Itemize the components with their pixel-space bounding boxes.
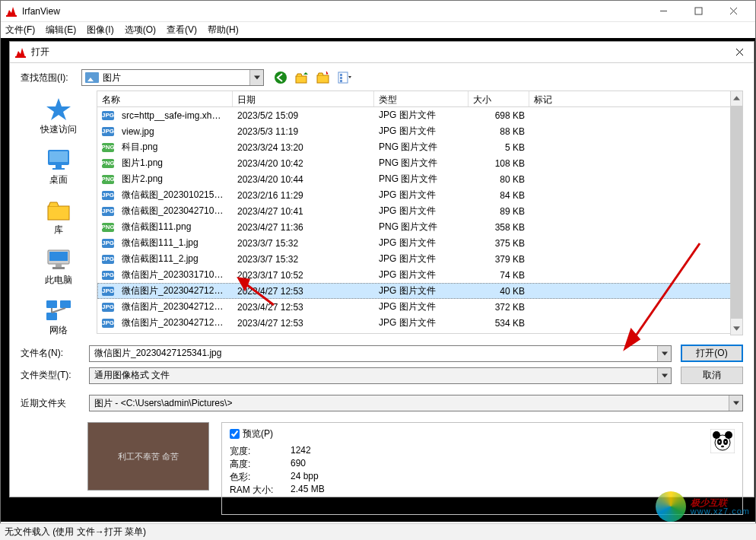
file-name: 微信截图111.png bbox=[117, 221, 195, 233]
jpg-file-icon: JPG bbox=[102, 111, 114, 120]
menu-file[interactable]: 文件(F) bbox=[5, 24, 35, 37]
maximize-button[interactable] bbox=[681, 1, 716, 22]
file-size: 108 KB bbox=[469, 158, 529, 169]
file-type: JPG 图片文件 bbox=[374, 268, 469, 281]
dialog-close-button[interactable] bbox=[729, 43, 749, 62]
file-list: 名称 日期 类型 大小 标记 JPGsrc=http__safe-img.xhs… bbox=[97, 91, 743, 335]
app-logo-icon bbox=[5, 5, 17, 17]
header-size[interactable]: 大小 bbox=[469, 91, 529, 106]
file-type: JPG 图片文件 bbox=[374, 300, 469, 313]
folder-pictures-icon bbox=[85, 72, 99, 83]
recent-combo[interactable]: 图片 - <C:\Users\admin\Pictures\> bbox=[89, 395, 743, 411]
combo-dropdown-icon[interactable] bbox=[249, 70, 263, 85]
scroll-down-icon[interactable] bbox=[731, 322, 742, 335]
header-tag[interactable]: 标记 bbox=[529, 91, 742, 106]
file-name: view.jpg bbox=[117, 126, 159, 137]
header-type[interactable]: 类型 bbox=[374, 91, 469, 106]
file-row[interactable]: JPG微信图片_202304271253...2023/4/27 12:53JP… bbox=[97, 315, 742, 331]
menu-view[interactable]: 查看(V) bbox=[167, 24, 197, 37]
info-value: 2.45 MB bbox=[291, 484, 325, 497]
place-quickaccess[interactable]: 快速访问 bbox=[40, 97, 77, 136]
file-row[interactable]: JPG微信截图111_1.jpg2023/3/7 15:32JPG 图片文件37… bbox=[97, 235, 742, 251]
file-date: 2023/5/2 15:09 bbox=[233, 110, 374, 121]
jpg-file-icon: JPG bbox=[102, 271, 114, 280]
svg-point-38 bbox=[725, 441, 726, 443]
combo-dropdown-icon[interactable] bbox=[729, 395, 742, 411]
filename-value: 微信图片_20230427125341.jpg bbox=[94, 347, 221, 360]
header-name[interactable]: 名称 bbox=[97, 91, 233, 106]
file-row[interactable]: PNG微信截图111.png2023/4/27 11:36PNG 图片文件358… bbox=[97, 219, 742, 235]
file-row[interactable]: PNG图片2.png2023/4/20 10:44PNG 图片文件80 KB bbox=[97, 171, 742, 187]
info-key: 宽度: bbox=[230, 445, 291, 458]
scroll-thumb[interactable] bbox=[731, 106, 742, 319]
close-button[interactable] bbox=[716, 1, 751, 22]
svg-rect-19 bbox=[56, 165, 62, 168]
file-row[interactable]: JPGsrc=http__safe-img.xhs...2023/5/2 15:… bbox=[97, 107, 742, 123]
scrollbar-vertical[interactable] bbox=[730, 91, 743, 335]
svg-point-9 bbox=[275, 71, 287, 84]
file-row[interactable]: PNG科目.png2023/3/24 13:20PNG 图片文件5 KB bbox=[97, 139, 742, 155]
svg-rect-10 bbox=[296, 76, 307, 83]
new-folder-icon[interactable] bbox=[316, 70, 331, 85]
jpg-file-icon: JPG bbox=[102, 319, 114, 328]
preview-thumbnail: 利工不奉苦 命苦 bbox=[87, 422, 209, 491]
combo-dropdown-icon[interactable] bbox=[657, 368, 671, 383]
combo-dropdown-icon[interactable] bbox=[657, 346, 671, 361]
thumbnail-text: 利工不奉苦 命苦 bbox=[118, 451, 179, 462]
file-type: JPG 图片文件 bbox=[374, 237, 469, 249]
open-button[interactable]: 打开(O) bbox=[681, 345, 743, 362]
up-folder-icon[interactable] bbox=[294, 70, 310, 85]
file-row[interactable]: JPG微信截图111_2.jpg2023/3/7 15:32JPG 图片文件37… bbox=[97, 251, 742, 267]
file-row[interactable]: JPGview.jpg2023/5/3 11:19JPG 图片文件88 KB bbox=[97, 123, 742, 139]
place-libraries[interactable]: 库 bbox=[45, 197, 72, 237]
svg-rect-25 bbox=[52, 267, 65, 269]
preview-checkbox[interactable]: 预览(P) bbox=[230, 427, 735, 440]
file-row[interactable]: JPG微信图片_202304271253...2023/4/27 12:53JP… bbox=[97, 283, 742, 299]
file-size: 80 KB bbox=[469, 174, 529, 185]
view-mode-icon[interactable] bbox=[337, 70, 352, 85]
list-header[interactable]: 名称 日期 类型 大小 标记 bbox=[97, 91, 743, 107]
info-value: 690 bbox=[291, 458, 306, 471]
file-name: 微信截图111_2.jpg bbox=[117, 253, 203, 265]
file-name: 科目.png bbox=[117, 141, 162, 154]
jpg-file-icon: JPG bbox=[102, 127, 114, 136]
file-row[interactable]: JPG微信图片_202303171052...2023/3/17 10:52JP… bbox=[97, 267, 742, 283]
svg-rect-14 bbox=[340, 77, 342, 79]
menu-edit[interactable]: 编辑(E) bbox=[46, 24, 76, 37]
svg-rect-13 bbox=[340, 74, 342, 76]
back-icon[interactable] bbox=[273, 70, 288, 85]
place-network[interactable]: 网络 bbox=[45, 297, 72, 337]
file-size: 698 KB bbox=[469, 110, 529, 121]
filetype-combo[interactable]: 通用图像格式 文件 bbox=[89, 367, 672, 384]
svg-rect-12 bbox=[338, 72, 348, 83]
file-name: 微信截图111_1.jpg bbox=[117, 237, 203, 249]
place-desktop[interactable]: 桌面 bbox=[45, 147, 72, 186]
file-size: 379 KB bbox=[469, 254, 529, 265]
lookin-combo[interactable]: 图片 bbox=[81, 69, 264, 86]
file-size: 375 KB bbox=[469, 238, 529, 249]
menu-image[interactable]: 图像(I) bbox=[87, 24, 113, 37]
svg-rect-6 bbox=[15, 56, 26, 58]
minimize-button[interactable] bbox=[646, 1, 681, 22]
panda-icon bbox=[710, 429, 735, 453]
place-thispc[interactable]: 此电脑 bbox=[45, 247, 72, 287]
file-row[interactable]: JPG微信图片_202304271253...2023/4/27 12:53JP… bbox=[97, 299, 742, 315]
file-type: JPG 图片文件 bbox=[374, 189, 469, 202]
file-row[interactable]: PNG图片1.png2023/4/20 10:42PNG 图片文件108 KB bbox=[97, 155, 742, 171]
file-name: 微信图片_202304271253... bbox=[117, 300, 228, 313]
menu-options[interactable]: 选项(O) bbox=[125, 24, 156, 37]
dialog-logo-icon bbox=[14, 46, 27, 59]
status-text: 无文件载入 (使用 文件→打开 菜单) bbox=[5, 526, 146, 538]
file-name: 微信图片_202304271253... bbox=[117, 284, 228, 297]
header-date[interactable]: 日期 bbox=[233, 91, 374, 106]
file-row[interactable]: JPG微信截图_202304271041...2023/4/27 10:41JP… bbox=[97, 203, 742, 219]
file-size: 84 KB bbox=[469, 190, 529, 201]
watermark: 极少互联 www.xz7.com bbox=[656, 491, 750, 522]
menu-help[interactable]: 帮助(H) bbox=[208, 24, 239, 37]
cancel-button[interactable]: 取消 bbox=[681, 367, 743, 384]
places-sidebar: 快速访问 桌面 库 此电脑 网络 bbox=[21, 91, 97, 335]
file-row[interactable]: JPG微信截图_202301021545...2023/2/16 11:29JP… bbox=[97, 187, 742, 203]
filename-input[interactable]: 微信图片_20230427125341.jpg bbox=[89, 345, 672, 362]
scroll-up-icon[interactable] bbox=[731, 91, 742, 104]
preview-check-input[interactable] bbox=[230, 429, 240, 439]
